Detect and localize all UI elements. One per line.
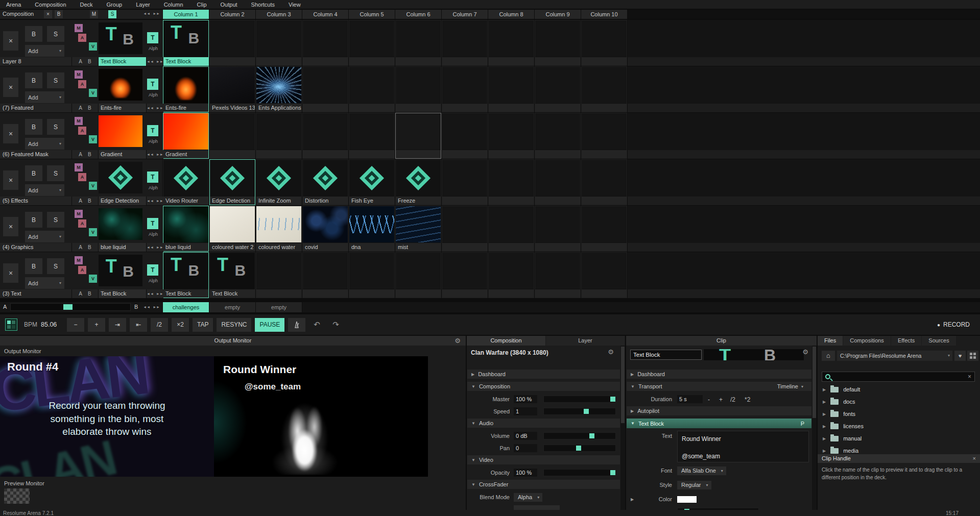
layer-v-toggle[interactable]: V — [89, 182, 97, 190]
clip-cell[interactable] — [395, 113, 441, 159]
layer-selected-clip-name[interactable]: Gradient — [99, 150, 146, 159]
previous-deck-icon[interactable]: ◄◄ — [143, 12, 150, 15]
tap-button[interactable]: TAP — [193, 318, 213, 332]
section-text-block[interactable]: ▼ Text Block P — [627, 419, 811, 428]
nudge-back-button[interactable]: ⇤ — [130, 318, 147, 332]
clip-cell[interactable] — [442, 20, 488, 66]
column-header-4[interactable]: Column 4 — [302, 10, 348, 19]
section-video[interactable]: ▼ Video — [467, 455, 620, 464]
clip-cell[interactable] — [488, 159, 534, 205]
clip-cell[interactable]: TBText Block — [209, 252, 255, 298]
folder-row-docs[interactable]: ▶docs — [818, 396, 980, 408]
master-slider[interactable] — [543, 396, 616, 403]
close-icon[interactable]: × — [973, 454, 976, 463]
layer-active-clip-thumbnail[interactable]: TB — [99, 22, 142, 54]
layer-selected-clip-name[interactable]: blue liquid — [99, 243, 146, 252]
clip-cell[interactable] — [581, 66, 627, 112]
clip-cell[interactable]: covid — [302, 206, 348, 252]
layer-name[interactable]: (4) Graphics — [0, 243, 71, 252]
crossfader-a-button[interactable]: A — [79, 152, 82, 157]
layer-clear-button[interactable]: × — [3, 170, 18, 190]
layer-prev-next-buttons[interactable]: ◄◄►► — [147, 243, 163, 252]
layer-alpha-t-toggle[interactable]: T — [147, 32, 158, 43]
layer-active-clip-thumbnail[interactable]: TB — [99, 255, 142, 286]
clip-cell[interactable]: TBText Block — [163, 252, 209, 298]
menu-arena[interactable]: Arena — [6, 2, 21, 8]
clip-cell[interactable] — [488, 66, 534, 112]
layer-m-toggle[interactable]: M — [75, 24, 83, 32]
bpm-double-button[interactable]: ×2 — [172, 318, 189, 332]
composition-clear-button[interactable]: × — [44, 10, 52, 18]
gear-icon[interactable]: ⚙ — [455, 337, 461, 345]
preset-button[interactable]: P — [801, 421, 804, 427]
composition-grid-icon[interactable] — [5, 318, 17, 331]
redo-button[interactable]: ↷ — [328, 318, 343, 332]
clip-cell[interactable]: Ents-fire — [163, 66, 209, 112]
layer-clear-button[interactable]: × — [3, 124, 18, 143]
gear-icon[interactable]: ⚙ — [802, 348, 808, 356]
layer-bypass-button[interactable]: B — [25, 258, 42, 274]
layer-m-toggle[interactable]: M — [75, 210, 83, 218]
layer-a-toggle[interactable]: A — [78, 266, 86, 274]
scrollbar[interactable] — [812, 346, 817, 510]
clip-cell[interactable] — [488, 113, 534, 159]
clip-cell[interactable] — [535, 66, 581, 112]
crossfader-b-button[interactable]: B — [88, 291, 91, 297]
clip-cell[interactable] — [256, 113, 302, 159]
section-autopilot[interactable]: ▶ Autopilot — [627, 406, 811, 415]
layer-solo-button[interactable]: S — [47, 258, 64, 274]
layer-m-toggle[interactable]: M — [75, 256, 83, 264]
layer-bypass-button[interactable]: B — [25, 212, 42, 228]
bpm-value[interactable]: 85.06 — [41, 321, 63, 328]
layer-bypass-button[interactable]: B — [25, 72, 42, 88]
section-crossfader[interactable]: ▼ CrossFader — [467, 480, 620, 489]
layer-a-toggle[interactable]: A — [78, 80, 86, 88]
layer-a-toggle[interactable]: A — [78, 34, 86, 42]
nudge-forward-button[interactable]: ⇥ — [109, 318, 126, 332]
duration-minus-button[interactable]: - — [708, 396, 710, 403]
layer-name[interactable]: (7) Featured — [0, 104, 71, 112]
layer-selected-clip-name[interactable]: Edge Detection — [99, 196, 146, 205]
volume-slider[interactable] — [543, 432, 616, 439]
column-header-9[interactable]: Column 9 — [535, 10, 581, 19]
column-trigger-1[interactable]: challenges — [163, 302, 209, 312]
layer-add-dropdown[interactable]: Add▾ — [25, 277, 64, 289]
menu-clip[interactable]: Clip — [197, 2, 207, 8]
undo-button[interactable]: ↶ — [309, 318, 324, 332]
clip-cell[interactable] — [395, 66, 441, 112]
column-header-8[interactable]: Column 8 — [488, 10, 534, 19]
layer-solo-button[interactable]: S — [47, 165, 64, 181]
clip-cell[interactable] — [302, 20, 348, 66]
section-dashboard[interactable]: ▶ Dashboard — [467, 370, 620, 379]
clear-search-icon[interactable]: × — [968, 373, 971, 380]
clip-cell[interactable]: coloured water — [256, 206, 302, 252]
clip-cell[interactable] — [581, 113, 627, 159]
clip-cell[interactable] — [302, 66, 348, 112]
view-toggle-button[interactable] — [967, 351, 978, 361]
metronome-button[interactable] — [288, 318, 305, 332]
layer-a-toggle[interactable]: A — [78, 173, 86, 181]
clip-cell[interactable] — [209, 113, 255, 159]
layer-clear-button[interactable]: × — [3, 78, 18, 97]
column-header-2[interactable]: Column 2 — [209, 10, 255, 19]
style-dropdown[interactable]: Regular▾ — [677, 481, 711, 489]
clip-cell[interactable] — [349, 113, 395, 159]
folder-row-default[interactable]: ▶default — [818, 383, 980, 396]
menu-group[interactable]: Group — [107, 2, 123, 8]
clip-cell[interactable] — [442, 66, 488, 112]
layer-v-toggle[interactable]: V — [89, 89, 97, 97]
menu-view[interactable]: View — [289, 2, 301, 8]
bpm-half-button[interactable]: /2 — [151, 318, 168, 332]
layer-name[interactable]: (5) Effects — [0, 196, 71, 205]
column-header-7[interactable]: Column 7 — [442, 10, 488, 19]
clip-cell[interactable] — [256, 20, 302, 66]
record-button[interactable]: ●RECORD — [937, 321, 970, 328]
clip-cell[interactable]: coloured water 2 — [209, 206, 255, 252]
previous-deck-icon[interactable]: ◄◄ — [143, 305, 150, 309]
layer-add-dropdown[interactable]: Add▾ — [25, 231, 64, 242]
crossfader-b-button[interactable]: B — [88, 152, 91, 157]
layer-clear-button[interactable]: × — [3, 217, 18, 236]
menu-composition[interactable]: Composition — [35, 2, 66, 8]
composition-m-button[interactable]: M — [90, 10, 98, 18]
composition-bypass-button[interactable]: B — [55, 10, 63, 18]
